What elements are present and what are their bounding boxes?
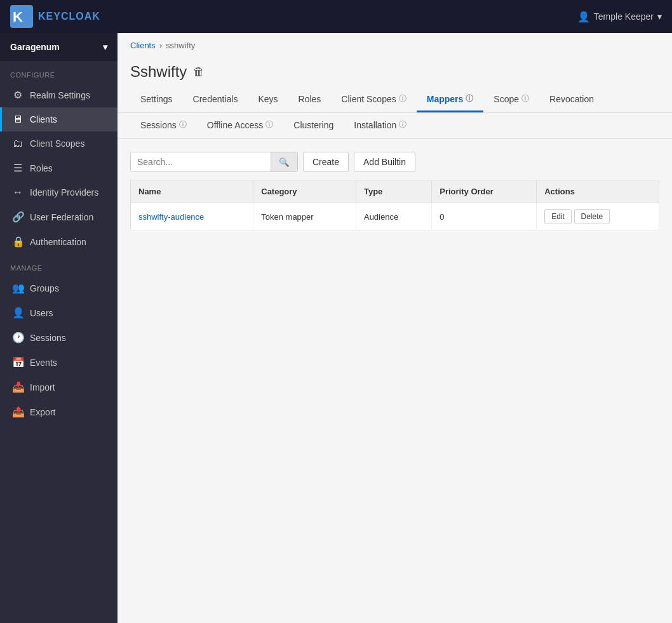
action-bar: 🔍 Create Add Builtin [130, 152, 659, 172]
table-row: sshwifty-audience Token mapper Audience … [131, 203, 659, 231]
sidebar-item-realm-settings[interactable]: ⚙ Realm Settings [0, 83, 118, 107]
tab-clustering[interactable]: Clustering [283, 113, 344, 138]
row-actions-cell: Edit Delete [537, 203, 659, 231]
sidebar-item-label: Sessions [30, 333, 66, 343]
tab-settings[interactable]: Settings [130, 87, 183, 112]
sidebar-item-identity-providers[interactable]: ↔ Identity Providers [0, 180, 118, 204]
sidebar-item-import[interactable]: 📥 Import [0, 375, 118, 399]
breadcrumb: Clients › sshwifty [118, 33, 672, 58]
sidebar-item-events[interactable]: 📅 Events [0, 350, 118, 375]
tab-keys-label: Keys [258, 94, 278, 104]
sidebar-item-export[interactable]: 📤 Export [0, 399, 118, 424]
tab-client-scopes-label: Client Scopes [341, 94, 396, 104]
create-button[interactable]: Create [303, 152, 349, 172]
user-federation-icon: 🔗 [12, 211, 24, 223]
sidebar-item-users[interactable]: 👤 Users [0, 300, 118, 325]
brand: K KEYCLOAK [10, 5, 100, 28]
mapper-name-link[interactable]: sshwifty-audience [138, 212, 204, 222]
roles-icon: ☰ [12, 162, 24, 174]
users-icon: 👤 [12, 307, 24, 319]
tab-roles-label: Roles [299, 94, 321, 104]
tab-revocation[interactable]: Revocation [539, 87, 604, 112]
col-priority-order: Priority Order [432, 180, 537, 203]
page-title: Sshwifty [130, 63, 187, 81]
tab-credentials-label: Credentials [193, 94, 238, 104]
sidebar-item-roles[interactable]: ☰ Roles [0, 156, 118, 180]
sidebar-item-label: Authentication [30, 237, 86, 247]
tab-scope[interactable]: Scope ⓘ [483, 87, 539, 112]
clients-icon: 🖥 [12, 114, 24, 125]
tab-installation[interactable]: Installation ⓘ [344, 113, 417, 138]
sidebar-item-client-scopes[interactable]: 🗂 Client Scopes [0, 131, 118, 156]
delete-button[interactable]: Delete [574, 209, 610, 224]
tab-scope-label: Scope [494, 94, 519, 104]
main-content: Clients › sshwifty Sshwifty 🗑 Settings C… [118, 33, 672, 623]
realm-chevron-icon: ▾ [103, 42, 107, 52]
client-scopes-info-icon: ⓘ [399, 93, 407, 104]
sidebar-item-label: Roles [30, 163, 53, 173]
tab-client-scopes[interactable]: Client Scopes ⓘ [331, 87, 416, 112]
search-wrapper: 🔍 [130, 152, 298, 172]
sidebar-item-label: Export [30, 407, 55, 417]
svg-text:K: K [13, 9, 23, 25]
row-name-cell: sshwifty-audience [131, 203, 253, 231]
tab-offline-access-label: Offline Access [207, 120, 263, 130]
installation-info-icon: ⓘ [399, 119, 407, 130]
sidebar-item-sessions[interactable]: 🕐 Sessions [0, 325, 118, 350]
sidebar-item-label: Events [30, 358, 57, 368]
sidebar-item-label: Clients [30, 114, 57, 124]
sidebar-item-groups[interactable]: 👥 Groups [0, 276, 118, 300]
row-type-cell: Audience [356, 203, 431, 231]
page-header: Sshwifty 🗑 [118, 58, 672, 81]
user-menu[interactable]: 👤 Temple Keeper ▾ [577, 11, 662, 23]
breadcrumb-clients-link[interactable]: Clients [130, 41, 156, 50]
manage-section-label: Manage [0, 254, 118, 276]
tab-offline-access[interactable]: Offline Access ⓘ [197, 113, 283, 138]
row-category-cell: Token mapper [253, 203, 356, 231]
tab-roles[interactable]: Roles [288, 87, 332, 112]
user-chevron-icon: ▾ [657, 11, 662, 22]
sidebar-item-clients[interactable]: 🖥 Clients [0, 107, 118, 131]
search-button[interactable]: 🔍 [271, 152, 297, 171]
user-icon: 👤 [577, 11, 590, 23]
delete-client-button[interactable]: 🗑 [193, 65, 205, 79]
tab-sessions[interactable]: Sessions ⓘ [130, 113, 197, 138]
edit-button[interactable]: Edit [544, 209, 572, 224]
col-category: Category [253, 180, 356, 203]
sidebar-item-label: Identity Providers [30, 187, 98, 198]
realm-selector[interactable]: Garagenum ▾ [0, 33, 118, 61]
sessions-info-icon: ⓘ [179, 119, 187, 130]
row-priority-cell: 0 [432, 203, 537, 231]
col-actions: Actions [537, 180, 659, 203]
realm-settings-icon: ⚙ [12, 89, 24, 101]
navbar: K KEYCLOAK 👤 Temple Keeper ▾ [0, 0, 672, 33]
realm-name: Garagenum [10, 42, 60, 52]
events-icon: 📅 [12, 356, 24, 368]
import-icon: 📥 [12, 381, 24, 393]
tabs-row1: Settings Credentials Keys Roles Client S… [118, 87, 672, 113]
tab-revocation-label: Revocation [549, 94, 594, 104]
export-icon: 📤 [12, 406, 24, 418]
configure-section-label: Configure [0, 61, 118, 83]
client-scopes-icon: 🗂 [12, 138, 24, 149]
tab-sessions-label: Sessions [140, 120, 177, 130]
tab-credentials[interactable]: Credentials [183, 87, 248, 112]
tab-mappers-label: Mappers [427, 94, 464, 104]
tab-keys[interactable]: Keys [248, 87, 288, 112]
offline-access-info-icon: ⓘ [265, 119, 273, 130]
col-name: Name [131, 180, 253, 203]
sidebar: Garagenum ▾ Configure ⚙ Realm Settings 🖥… [0, 33, 118, 623]
col-type: Type [356, 180, 431, 203]
sidebar-item-label: Groups [30, 283, 59, 293]
add-builtin-button[interactable]: Add Builtin [354, 152, 415, 172]
groups-icon: 👥 [12, 282, 24, 294]
tab-installation-label: Installation [354, 120, 396, 130]
sidebar-item-user-federation[interactable]: 🔗 User Federation [0, 204, 118, 229]
identity-providers-icon: ↔ [12, 187, 24, 198]
tab-mappers[interactable]: Mappers ⓘ [417, 87, 484, 112]
sidebar-item-label: User Federation [30, 212, 93, 222]
tab-settings-label: Settings [140, 94, 173, 104]
search-input[interactable] [131, 152, 271, 171]
scope-info-icon: ⓘ [521, 93, 529, 104]
sidebar-item-authentication[interactable]: 🔒 Authentication [0, 229, 118, 254]
